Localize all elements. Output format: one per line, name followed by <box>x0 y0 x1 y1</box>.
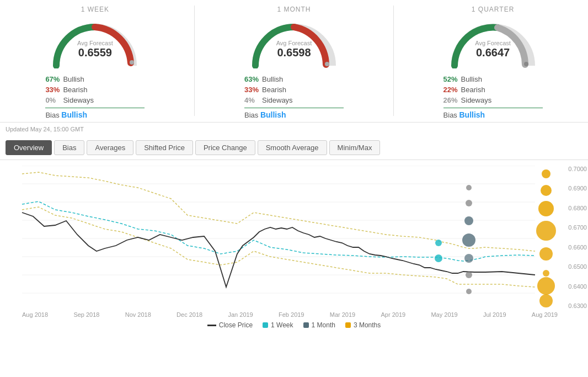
stats-1month: 63% Bullish 33% Bearish 4% Sideways Bias… <box>239 73 349 119</box>
avg-value-1month: 0.6598 <box>277 46 311 59</box>
legend-1week-icon <box>263 322 268 328</box>
bullish-pct-1quarter: 52% <box>443 75 461 83</box>
tab-overview[interactable]: Overview <box>6 140 52 155</box>
svg-point-2 <box>524 62 528 66</box>
legend-3months: 3 Months <box>345 321 381 329</box>
tab-averages[interactable]: Averages <box>87 140 133 155</box>
gauge-1quarter: Avg Forecast 0.6647 <box>443 16 543 68</box>
forecast-card-1week: 1 WEEK Avg Forecast 0.6559 67% Bullish <box>4 6 186 119</box>
y-axis-labels: 0.7000 0.6900 0.6800 0.6700 0.6600 0.650… <box>568 166 587 309</box>
sideways-pct-1month: 4% <box>244 96 262 104</box>
avg-value-1week: 0.6559 <box>78 46 112 59</box>
bearish-pct-1week: 33% <box>45 86 63 94</box>
svg-point-22 <box>462 233 475 247</box>
bullish-pct-1week: 67% <box>45 75 63 83</box>
bias-value-1month: Bullish <box>260 110 286 119</box>
svg-point-26 <box>435 240 442 246</box>
svg-point-25 <box>466 289 472 294</box>
svg-point-17 <box>537 277 555 295</box>
bearish-pct-1quarter: 22% <box>443 86 461 94</box>
legend-3months-icon <box>345 322 351 328</box>
period-label-1month: 1 MONTH <box>277 6 311 13</box>
svg-point-12 <box>541 185 552 196</box>
svg-point-13 <box>538 201 554 216</box>
tab-minim-max[interactable]: Minim/Max <box>329 140 381 155</box>
divider-2 <box>393 6 394 116</box>
bias-row-1month: Bias Bullish <box>244 108 344 119</box>
stats-1quarter: 52% Bullish 22% Bearish 26% Sideways Bia… <box>438 73 548 119</box>
tab-shifted-price[interactable]: Shifted Price <box>136 140 193 155</box>
stats-1week: 67% Bullish 33% Bearish 0% Sideways Bias… <box>40 73 150 119</box>
svg-point-21 <box>464 216 473 225</box>
tab-bias[interactable]: Bias <box>54 140 84 155</box>
tab-smooth-average[interactable]: Smooth Average <box>258 140 327 155</box>
bearish-label-1quarter: Bearish <box>461 86 485 94</box>
svg-point-0 <box>130 60 134 65</box>
bullish-pct-1month: 63% <box>244 75 262 83</box>
avg-forecast-label-1week: Avg Forecast <box>77 40 113 46</box>
chart-wrapper: 0.7000 0.6900 0.6800 0.6700 0.6600 0.650… <box>0 166 588 309</box>
avg-forecast-label-1month: Avg Forecast <box>276 40 312 46</box>
sideways-pct-1week: 0% <box>45 96 63 104</box>
svg-point-15 <box>539 247 553 261</box>
chart-legend: Close Price 1 Week 1 Month 3 Months <box>0 318 588 332</box>
tabs-section: Overview Bias Averages Shifted Price Pri… <box>0 136 588 160</box>
svg-point-23 <box>464 254 473 263</box>
bearish-label-1week: Bearish <box>63 86 87 94</box>
svg-point-14 <box>536 221 556 241</box>
svg-point-19 <box>466 185 472 190</box>
bearish-pct-1month: 33% <box>244 86 262 94</box>
svg-point-20 <box>466 200 472 206</box>
svg-point-18 <box>539 294 553 307</box>
svg-point-27 <box>435 254 442 262</box>
sideways-label-1week: Sideways <box>63 96 94 104</box>
legend-close-price-icon <box>207 325 216 326</box>
bearish-label-1month: Bearish <box>262 86 286 94</box>
bullish-label-1week: Bullish <box>63 75 84 83</box>
bias-value-1week: Bullish <box>61 110 87 119</box>
divider-1 <box>194 6 195 116</box>
gauge-1month: Avg Forecast 0.6598 <box>244 16 344 68</box>
forecast-card-1month: 1 MONTH Avg Forecast 0.6598 63% Bullish … <box>203 6 385 119</box>
legend-1week: 1 Week <box>263 321 293 329</box>
gauge-1week: Avg Forecast 0.6559 <box>45 16 145 68</box>
period-label-1quarter: 1 QUARTER <box>472 6 514 13</box>
bias-row-1quarter: Bias Bullish <box>443 108 543 119</box>
legend-close-price: Close Price <box>207 321 253 329</box>
bullish-label-1quarter: Bullish <box>461 75 482 83</box>
sideways-label-1month: Sideways <box>262 96 293 104</box>
updated-text: Updated May 24, 15:00 GMT <box>0 123 588 136</box>
bullish-label-1month: Bullish <box>262 75 283 83</box>
x-axis-labels: Aug 2018 Sep 2018 Nov 2018 Dec 2018 Jan … <box>0 309 588 318</box>
chart-section: 0.7000 0.6900 0.6800 0.6700 0.6600 0.650… <box>0 160 588 332</box>
period-label-1week: 1 WEEK <box>81 6 109 13</box>
svg-point-11 <box>542 169 550 178</box>
sideways-pct-1quarter: 26% <box>443 96 461 104</box>
bias-row-1week: Bias Bullish <box>45 108 145 119</box>
avg-value-1quarter: 0.6647 <box>476 46 510 59</box>
forecast-card-1quarter: 1 QUARTER Avg Forecast 0.6647 52% Bullis… <box>402 6 584 119</box>
bias-value-1quarter: Bullish <box>459 110 485 119</box>
svg-point-24 <box>466 272 472 278</box>
svg-point-16 <box>543 270 549 277</box>
top-forecast-section: 1 WEEK Avg Forecast 0.6559 67% Bullish <box>0 0 588 123</box>
main-chart-svg <box>6 166 557 309</box>
legend-1month-icon <box>303 322 309 328</box>
sideways-label-1quarter: Sideways <box>461 96 492 104</box>
tab-price-change[interactable]: Price Change <box>195 140 255 155</box>
legend-1month: 1 Month <box>303 321 335 329</box>
svg-point-1 <box>325 62 329 66</box>
avg-forecast-label-1quarter: Avg Forecast <box>475 40 511 46</box>
